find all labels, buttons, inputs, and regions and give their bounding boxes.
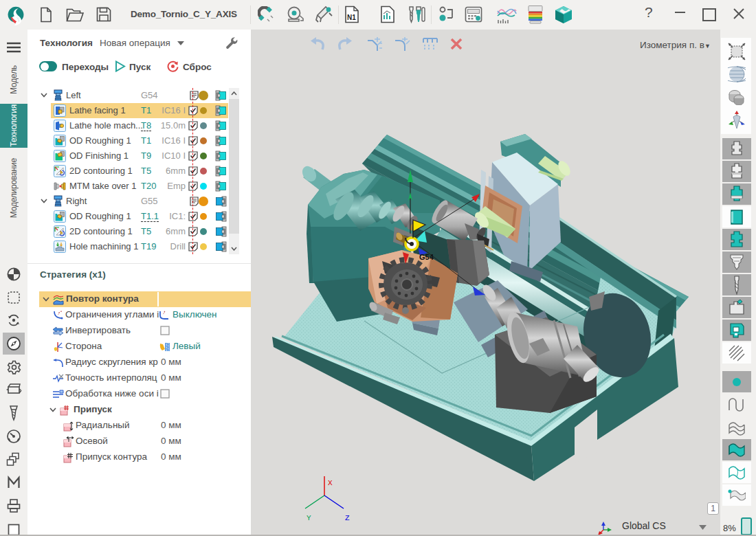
svg-text:Y: Y xyxy=(307,514,311,522)
svg-text:G54: G54 xyxy=(419,253,434,261)
svg-text:X: X xyxy=(328,479,333,487)
svg-text:Z: Z xyxy=(345,514,350,522)
svg-text:N1: N1 xyxy=(347,14,356,21)
